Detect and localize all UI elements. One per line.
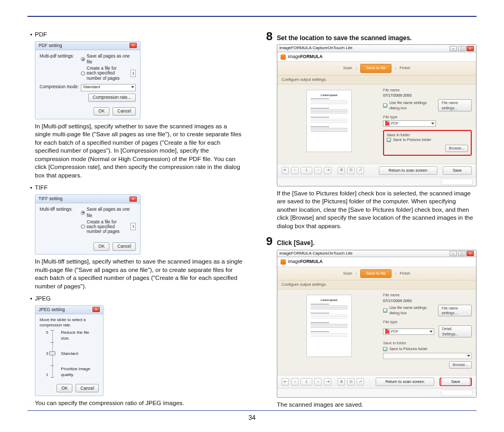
slider-label-quality: Prioritize Image quality. [61,367,97,378]
fit-icon[interactable]: ⤢ [357,167,364,174]
maximize-icon[interactable]: □ [458,251,465,256]
filename-settings-button[interactable]: File name settings... [438,305,472,317]
radio-each-file-label: Create a file for each specified number … [87,220,127,234]
jpeg-paragraph: You can specify the compression ratio of… [35,399,243,408]
save-pictures-checkbox[interactable] [387,138,391,142]
chevron-right-icon: › [395,65,396,72]
pages-spinner[interactable]: 1 [130,70,136,77]
page-field[interactable]: 1 [301,378,312,386]
progress-save-chip: Save to file [360,269,391,278]
filetype-select[interactable]: PDF [383,328,434,335]
save-button[interactable]: Save [443,166,472,175]
page-number: 34 [0,414,504,421]
bullet-icon: • [27,31,35,39]
save-in-folder-highlight: Save in folder Save to Pictures folder B… [383,130,472,156]
prev-page-icon[interactable]: ‹ [291,167,298,174]
filetype-group-label: File type [383,115,472,120]
preview-title: Lorem ipsum [311,298,348,302]
next-page-icon[interactable]: › [314,167,322,174]
progress-finish: Finish [399,271,410,276]
radio-all-pages[interactable] [81,57,85,61]
minimize-icon[interactable]: – [450,251,457,256]
status-pill [441,179,473,185]
use-filename-dialog-label: Use file name settings dialog box [389,100,434,110]
compression-slider[interactable] [50,330,54,378]
subheader-text: Configure output settings. [277,76,476,84]
pages-spinner[interactable]: 1 [130,223,136,230]
brand-text-b: FORMULA [300,54,323,59]
ok-button[interactable]: OK [57,384,72,392]
folder-path-field[interactable] [383,353,472,359]
minimize-icon[interactable]: – [450,46,457,51]
prev-page-icon[interactable]: ‹ [291,378,298,386]
detail-settings-button[interactable]: Detail Settings... [438,325,472,337]
compression-mode-label: Compression mode: [40,84,81,91]
use-filename-dialog-checkbox[interactable] [383,308,387,313]
close-icon[interactable]: × [466,251,474,256]
compression-mode-select[interactable]: Standard [81,84,136,91]
last-page-icon[interactable]: ⇥ [324,378,331,386]
captureontouch-window-step8: imageFORMULA CaptureOnTouch Lite –□× ima… [277,44,477,186]
first-page-icon[interactable]: ⇤ [282,167,289,174]
filetype-select[interactable]: PDF [383,120,436,127]
cancel-button[interactable]: Cancel [113,242,136,251]
jpeg-dialog-title: JPEG setting [39,307,65,313]
chevron-right-icon: › [356,65,357,72]
slider-mark-3: 3 [46,351,48,356]
pdf-dialog-title: PDF setting [39,43,62,49]
filename-settings-button[interactable]: File name settings... [438,99,472,111]
brand-icon [281,259,286,265]
return-button[interactable]: Return to scan screen [376,378,434,386]
compression-rate-button[interactable]: Compression rate... [88,93,136,102]
first-page-icon[interactable]: ⇤ [282,378,289,386]
maximize-icon[interactable]: □ [458,46,465,51]
save-button[interactable]: Save [441,378,470,386]
bullet-tiff-label: TIFF [35,184,48,192]
zoom-in-icon[interactable]: ⊕ [338,167,345,174]
slider-thumb-icon[interactable] [49,351,55,355]
radio-each-file[interactable] [81,71,85,76]
save-pictures-checkbox[interactable] [383,347,387,351]
browse-button[interactable]: Browse... [449,361,472,368]
tiff-dialog-title: TIFF setting [39,196,62,202]
bullet-icon: • [27,295,35,303]
progress-scan: Scan [343,271,352,276]
browse-button[interactable]: Browse... [445,145,468,152]
captureontouch-window-step9: imageFORMULA CaptureOnTouch Lite –□× ima… [277,250,477,398]
document-preview: Lorem ipsum [306,295,352,357]
use-filename-dialog-checkbox[interactable] [383,104,387,108]
cancel-button[interactable]: Cancel [76,384,99,392]
brand-text-b: FORMULA [300,259,323,264]
radio-each-file[interactable] [81,224,85,229]
document-preview: Lorem ipsum [306,90,352,152]
filetype-value: PDF [391,329,398,334]
filetype-group-label: File type [383,320,472,325]
fit-icon[interactable]: ⤢ [357,378,364,386]
jpeg-setting-dialog: JPEG setting × Move the slider to select… [35,305,104,397]
zoom-out-icon[interactable]: ⊖ [347,167,354,174]
bullet-icon: • [27,184,35,192]
close-icon[interactable]: × [129,196,137,202]
zoom-in-icon[interactable]: ⊕ [338,378,345,386]
return-button[interactable]: Return to scan screen [379,166,437,175]
page-field[interactable]: 1 [301,167,312,174]
zoom-out-icon[interactable]: ⊖ [347,378,354,386]
step-8-paragraph: If the [Save to Pictures folder] check b… [277,190,477,231]
pdf-icon [385,121,389,126]
last-page-icon[interactable]: ⇥ [324,167,331,174]
filename-value: 07/17/2009 2093 [383,298,472,304]
close-icon[interactable]: × [92,307,100,312]
progress-save-chip: Save to file [360,64,391,72]
bullet-jpeg-label: JPEG [35,295,51,303]
jpeg-instruction: Move the slider to select a compression … [40,317,99,328]
close-icon[interactable]: × [129,43,137,48]
close-icon[interactable]: × [466,46,474,51]
radio-all-pages-label: Save all pages as one file [87,206,136,218]
ok-button[interactable]: OK [94,107,109,116]
radio-all-pages[interactable] [81,211,85,215]
ok-button[interactable]: OK [94,242,109,251]
step-number-9: 9 [261,236,273,247]
next-page-icon[interactable]: › [314,378,322,386]
pdf-icon [385,329,389,334]
cancel-button[interactable]: Cancel [113,107,136,116]
